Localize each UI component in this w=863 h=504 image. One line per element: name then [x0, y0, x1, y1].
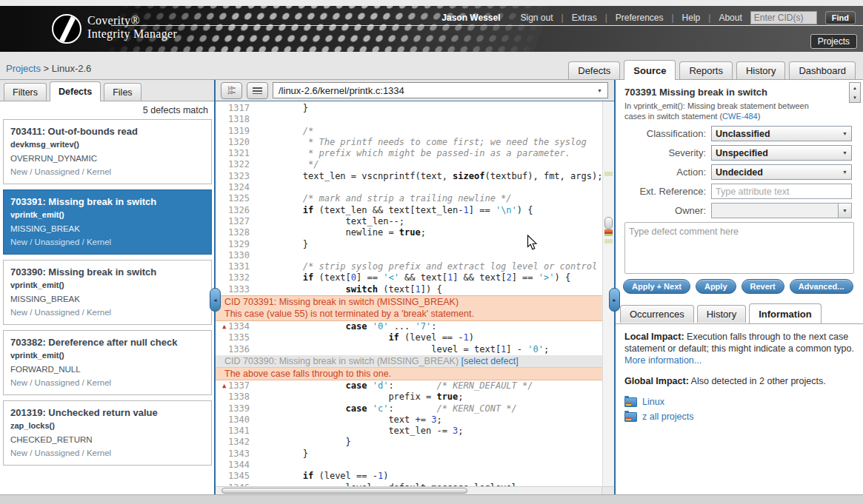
- line-number: 1323: [216, 171, 250, 182]
- information-tab-content: Local Impact: Execution falls through to…: [624, 331, 856, 426]
- code-segment: 1: [416, 284, 421, 295]
- defect-card[interactable]: 703391: Missing break in switchvprintk_e…: [3, 189, 212, 255]
- down-arrow-icon[interactable]: ▼: [853, 95, 857, 100]
- defect-card-list: 703411: Out-of-bounds readdevkmsg_writev…: [0, 119, 214, 466]
- tab-reports[interactable]: Reports: [679, 61, 733, 79]
- breadcrumb-separator: >: [44, 63, 50, 74]
- scrollbar-corner: [602, 486, 614, 494]
- breadcrumb-projects-link[interactable]: Projects: [6, 63, 41, 74]
- code-segment: true: [436, 392, 458, 402]
- ext-reference-input[interactable]: [711, 184, 852, 199]
- tab-history[interactable]: History: [736, 61, 785, 79]
- tab-defects[interactable]: Defects: [568, 61, 620, 79]
- line-number: 1337: [216, 380, 250, 392]
- defect-card-checker: FORWARD_NULL: [10, 364, 204, 374]
- detail-tab-bar: OccurrencesHistoryInformation: [620, 304, 822, 323]
- classification-select[interactable]: Unclassified▼: [711, 126, 852, 141]
- defect-description-line2: cases in switch statement (: [624, 112, 722, 121]
- collapse-left-panel-handle[interactable]: ◂: [210, 288, 221, 312]
- nav-extras[interactable]: Extras: [572, 13, 597, 23]
- code-segment: case: [346, 321, 367, 332]
- apply-button[interactable]: Apply: [696, 279, 736, 294]
- left-tab-filters[interactable]: Filters: [4, 83, 47, 101]
- vertical-scrollbar-thumb[interactable]: [604, 217, 613, 229]
- select-defect-link[interactable]: [select defect]: [462, 356, 519, 366]
- code-segment: (text_len && text[text_len-: [313, 205, 463, 215]
- code-text: case '0' ... '7':: [260, 321, 436, 332]
- folder-icon: [624, 412, 637, 422]
- line-number: 1338: [216, 392, 250, 403]
- detail-tab-history[interactable]: History: [697, 305, 746, 323]
- code-segment: ;: [458, 426, 463, 436]
- code-segment: * prefix which might be passed-in as a p…: [260, 148, 570, 158]
- code-segment: level = text[: [260, 344, 501, 355]
- line-number: 1342: [216, 437, 250, 448]
- advanced-button[interactable]: Advanced...: [790, 279, 853, 294]
- annotation-marker: [604, 172, 613, 176]
- tab-source[interactable]: Source: [624, 60, 676, 80]
- file-selector[interactable]: /linux-2.6/kernel/printk.c:1334 ▼: [273, 82, 608, 98]
- cid-search-input[interactable]: [750, 11, 817, 24]
- code-line: 1325 /* mark and strip a trailing newlin…: [216, 193, 602, 204]
- defect-navigation-spinner[interactable]: ▲ ▼: [849, 82, 861, 103]
- projects-button[interactable]: Projects: [810, 34, 857, 49]
- left-tab-files[interactable]: Files: [104, 83, 141, 101]
- code-line: 1317 }: [216, 103, 602, 114]
- horizontal-scrollbar-thumb[interactable]: [221, 488, 467, 494]
- code-text: level = text[1] - '0';: [260, 344, 549, 355]
- detail-tab-occurrences[interactable]: Occurrences: [620, 305, 694, 323]
- code-segment: text_len = vscnprintf(text,: [260, 171, 453, 181]
- defect-card-checker: OVERRUN_DYNAMIC: [10, 153, 204, 164]
- tab-dashboard[interactable]: Dashboard: [789, 61, 856, 79]
- project-link-z-all-projects[interactable]: z all projects: [642, 411, 693, 423]
- action-select[interactable]: Undecided▼: [711, 164, 852, 180]
- breadcrumb: Projects > Linux-2.6: [6, 63, 91, 74]
- horizontal-scrollbar[interactable]: [216, 486, 602, 494]
- cwe-link[interactable]: CWE-484: [722, 112, 758, 121]
- nav-preferences[interactable]: Preferences: [616, 13, 664, 23]
- nav-about[interactable]: About: [719, 13, 742, 23]
- line-number: 1321: [216, 148, 250, 159]
- code-line: 1321 * prefix which might be passed-in a…: [216, 148, 602, 159]
- code-text: newline = true;: [260, 227, 426, 238]
- code-segment: ] && text[: [453, 272, 506, 283]
- defect-card[interactable]: 703382: Dereference after null checkvpri…: [3, 330, 212, 395]
- more-information-link[interactable]: More information...: [624, 355, 702, 366]
- code-segment: sizeof: [453, 171, 484, 181]
- defect-card-status: New / Unassigned / Kernel: [10, 237, 204, 247]
- defect-comment-textarea[interactable]: [624, 222, 854, 274]
- code-segment: ;: [458, 392, 463, 402]
- defect-card[interactable]: 201319: Unchecked return valuezap_locks(…: [3, 400, 212, 466]
- project-link-row[interactable]: Linux: [624, 396, 856, 408]
- find-button[interactable]: Find: [825, 11, 856, 24]
- line-number: 1322: [216, 159, 250, 170]
- source-options-button[interactable]: [247, 82, 268, 99]
- code-segment: [260, 321, 346, 332]
- defect-card-function: vprintk_emit(): [10, 210, 204, 220]
- revert-button[interactable]: Revert: [742, 279, 784, 294]
- chevron-down-icon: ▼: [838, 204, 851, 218]
- collapse-right-panel-handle[interactable]: ▸: [609, 288, 620, 312]
- nav-sign-out[interactable]: Sign out: [520, 13, 553, 23]
- project-link-row[interactable]: z all projects: [624, 411, 856, 423]
- left-tab-defects[interactable]: Defects: [50, 81, 101, 101]
- apply-next-button[interactable]: Apply + Next: [623, 279, 690, 294]
- defect-card[interactable]: 703411: Out-of-bounds readdevkmsg_writev…: [3, 119, 212, 184]
- code-segment: /* strip syslog prefix and extract log l…: [260, 261, 602, 272]
- project-link-linux[interactable]: Linux: [642, 396, 664, 408]
- defect-card[interactable]: 703390: Missing break in switchvprintk_e…: [3, 260, 212, 325]
- nav-help[interactable]: Help: [682, 13, 701, 23]
- code-text: if (text[0] == '<' && text[1] && text[2]…: [260, 272, 570, 283]
- chevron-down-icon: ▼: [597, 88, 602, 93]
- code-segment: newline =: [260, 227, 399, 238]
- defect-banner-line: This case (value 55) is not terminated b…: [224, 308, 602, 320]
- code-segment: case: [346, 380, 367, 391]
- detail-tab-information[interactable]: Information: [749, 303, 822, 323]
- related-defect-banner: CID 703390: Missing break in switch (MIS…: [216, 355, 602, 368]
- severity-select[interactable]: Unspecified▼: [711, 145, 852, 161]
- line-numbers-toggle-button[interactable]: 10= 20=: [221, 82, 242, 99]
- user-name: Jason Wessel: [442, 13, 500, 23]
- up-arrow-icon[interactable]: ▲: [853, 86, 857, 90]
- code-segment: [260, 332, 388, 343]
- owner-combobox[interactable]: ▼: [711, 203, 852, 218]
